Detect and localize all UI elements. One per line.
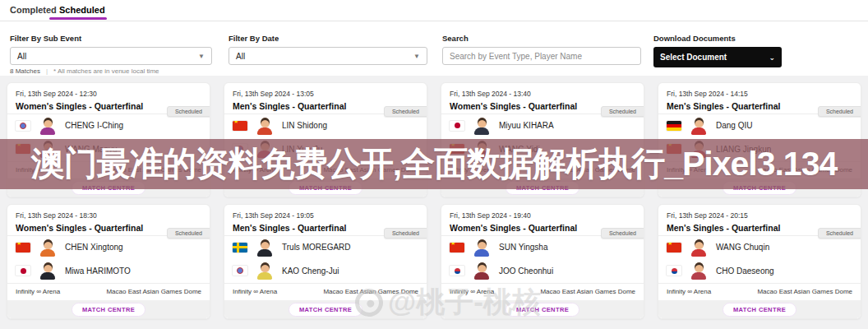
venue-row: Infinity ∞ Arena Macao East Asian Games … [224, 161, 427, 179]
player-avatar [39, 262, 57, 280]
venue-row: Infinity ∞ Arena Macao East Asian Games … [7, 283, 210, 301]
status-badge: Scheduled [167, 228, 210, 239]
players-block: WANG Chuqin CHO Daeseong [658, 236, 861, 283]
match-datetime: Fri, 13th Sep 2024 - 14:15 [667, 90, 852, 98]
venue-dome: Macao East Asian Games Dome [757, 166, 852, 174]
match-card-header: Fri, 13th Sep 2024 - 19:40 Women's Singl… [441, 205, 644, 236]
players-block: LIN Shidong LIN Yun-Ju [224, 114, 427, 161]
match-datetime: Fri, 13th Sep 2024 - 12:30 [16, 90, 201, 98]
date-select[interactable]: All ▼ [229, 47, 427, 65]
match-card: Fri, 13th Sep 2024 - 18:30 Women's Singl… [7, 204, 210, 319]
venue-row: Infinity ∞ Arena Macao East Asian Games … [658, 161, 861, 179]
match-centre-button[interactable]: MATCH CENTRE [723, 181, 796, 195]
venue-dome: Macao East Asian Games Dome [106, 166, 201, 174]
country-flag-icon [450, 266, 464, 276]
players-block: CHENG I-Ching WANG Manyu [7, 114, 210, 161]
match-card: Fri, 13th Sep 2024 - 13:05 Men's Singles… [224, 82, 427, 197]
venue-dome: Macao East Asian Games Dome [757, 288, 852, 295]
player-name: CHO Daeseong [716, 266, 774, 276]
status-badge: Scheduled [167, 106, 210, 117]
match-card: Fri, 13th Sep 2024 - 20:15 Men's Singles… [658, 204, 861, 319]
player-name: CHENG I-Ching [65, 121, 123, 130]
player-name: Miyuu KIHARA [499, 121, 554, 130]
tab-completed[interactable]: Completed [10, 5, 57, 15]
player-avatar [473, 117, 491, 135]
match-centre-button[interactable]: MATCH CENTRE [289, 303, 362, 317]
player-row: KAO Cheng-Jui [233, 260, 418, 281]
venue-row: Infinity ∞ Arena Macao East Asian Games … [441, 161, 644, 179]
venue-arena: Infinity ∞ Arena [450, 288, 494, 295]
player-row: WANG Chuqin [667, 237, 852, 258]
chevron-down-icon: ▼ [413, 53, 420, 60]
match-centre-button[interactable]: MATCH CENTRE [506, 303, 579, 317]
country-flag-icon [450, 144, 464, 154]
venue-arena: Infinity ∞ Arena [16, 288, 60, 295]
chevron-down-icon: ⌄ [769, 53, 775, 62]
player-name: LIN Shidong [282, 121, 327, 130]
player-name: JOO Cheonhui [499, 266, 553, 276]
match-grid: Fri, 13th Sep 2024 - 12:30 Women's Singl… [0, 76, 868, 326]
venue-arena: Infinity ∞ Arena [450, 166, 494, 174]
player-name: Dang QIU [716, 121, 752, 130]
card-footer: MATCH CENTRE [441, 300, 644, 318]
status-badge: Scheduled [601, 106, 644, 117]
player-name: CHEN Xingtong [65, 243, 123, 252]
player-row: Miwa HARIMOTO [16, 260, 201, 281]
match-card-header: Fri, 13th Sep 2024 - 19:05 Men's Singles… [224, 205, 427, 236]
download-document-select[interactable]: Select Document ⌄ [653, 47, 782, 67]
players-block: Truls MOREGARD KAO Cheng-Jui [224, 236, 427, 283]
country-flag-icon [16, 243, 30, 253]
tab-scheduled[interactable]: Scheduled [59, 5, 105, 15]
card-footer: MATCH CENTRE [658, 178, 861, 197]
player-row: CHO Daeseong [667, 260, 852, 281]
player-row: Miyuu KIHARA [450, 115, 635, 137]
card-footer: MATCH CENTRE [224, 300, 427, 318]
country-flag-icon [233, 266, 247, 276]
player-avatar [256, 262, 274, 280]
status-badge: Scheduled [384, 228, 427, 239]
player-avatar [39, 140, 57, 158]
player-avatar [39, 239, 57, 257]
country-flag-icon [16, 121, 30, 131]
match-card-header: Fri, 13th Sep 2024 - 13:40 Women's Singl… [441, 83, 644, 114]
player-avatar [256, 117, 274, 135]
download-documents-label: Download Documents [653, 34, 782, 43]
country-flag-icon [16, 144, 30, 154]
filter-sub-event: Filter By Sub Event All ▼ [10, 34, 212, 65]
match-centre-button[interactable]: MATCH CENTRE [506, 181, 579, 195]
search-label: Search [442, 34, 641, 43]
player-avatar [690, 140, 708, 158]
matches-section: Fri, 13th Sep 2024 - 12:30 Women's Singl… [0, 76, 868, 329]
player-avatar [690, 262, 708, 280]
player-row: Truls MOREGARD [233, 237, 418, 258]
divider: | [46, 67, 48, 75]
players-block: SUN Yingsha JOO Cheonhui [441, 236, 644, 283]
player-row: WANG Manyu [16, 138, 201, 160]
search-input[interactable] [442, 47, 641, 65]
player-row: SUN Yingsha [450, 237, 635, 258]
players-block: CHEN Xingtong Miwa HARIMOTO [7, 236, 210, 283]
match-centre-button[interactable]: MATCH CENTRE [723, 303, 796, 317]
venue-dome: Macao East Asian Games Dome [323, 288, 418, 295]
match-datetime: Fri, 13th Sep 2024 - 19:05 [233, 211, 418, 220]
country-flag-icon [233, 144, 247, 154]
player-name: Truls MOREGARD [282, 243, 351, 252]
local-time-note: * All matches are in venue local time [53, 67, 159, 75]
venue-arena: Infinity ∞ Arena [667, 288, 711, 295]
country-flag-icon [233, 121, 247, 131]
match-card-header: Fri, 13th Sep 2024 - 20:15 Men's Singles… [658, 205, 861, 236]
card-footer: MATCH CENTRE [7, 300, 210, 318]
country-flag-icon [16, 266, 30, 276]
status-badge: Scheduled [818, 106, 861, 117]
player-row: JOO Cheonhui [450, 260, 635, 281]
player-name: Miwa HARIMOTO [65, 266, 131, 276]
sub-event-select[interactable]: All ▼ [10, 47, 212, 65]
match-centre-button[interactable]: MATCH CENTRE [72, 303, 145, 317]
player-avatar [473, 262, 491, 280]
match-centre-button[interactable]: MATCH CENTRE [289, 181, 362, 195]
match-datetime: Fri, 13th Sep 2024 - 18:30 [16, 211, 201, 220]
player-name: WANG Yidi [499, 145, 540, 154]
card-footer: MATCH CENTRE [441, 178, 644, 197]
players-block: Dang QIU LIANG Jingkun [658, 114, 861, 161]
match-centre-button[interactable]: MATCH CENTRE [72, 181, 145, 195]
